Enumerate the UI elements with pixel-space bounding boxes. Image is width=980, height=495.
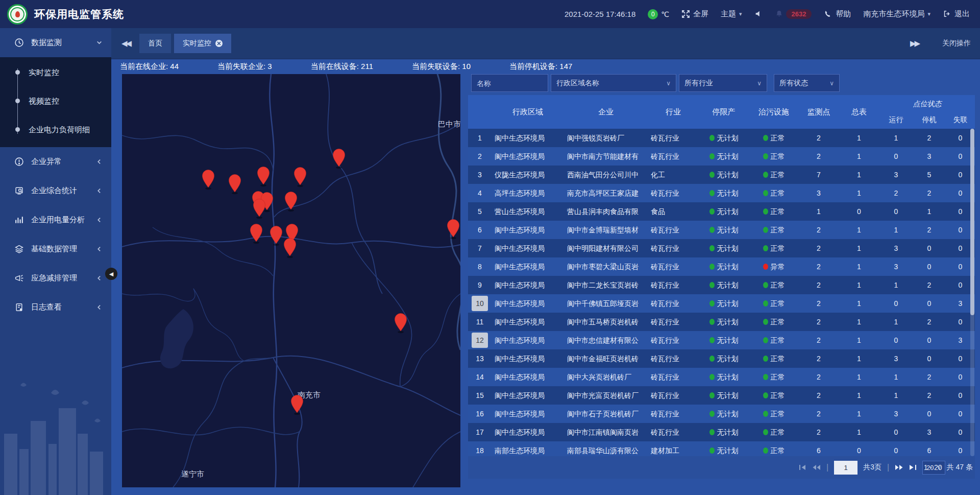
table-row[interactable]: 5营山生态环境局营山县润丰肉食品有限食品无计划正常10010: [468, 202, 975, 221]
table-row[interactable]: 4高坪生态环境局南充市高坪区王家店建砖瓦行业无计划正常31220: [468, 184, 975, 202]
status-dot-icon: [763, 447, 768, 454]
table-row[interactable]: 11阆中生态环境局阆中市五马桥页岩机砖砖瓦行业无计划正常21120: [468, 313, 975, 331]
cell-stop: 2: [913, 184, 946, 202]
sidebar-subitem-0-2[interactable]: 企业电力负荷明细: [0, 115, 111, 144]
help-button[interactable]: 帮助: [824, 9, 851, 19]
map-marker[interactable]: [258, 167, 270, 187]
cell-index: 3: [468, 166, 492, 184]
org-dropdown[interactable]: 南充市生态环境局▾: [863, 9, 930, 19]
sidebar-subitem-label: 实时监控: [29, 68, 59, 78]
cell-index: 14: [468, 368, 492, 386]
cell-meters: 1: [839, 276, 879, 294]
map-road-line: [193, 289, 244, 361]
table-row[interactable]: 9阆中生态环境局阆中市二龙长宝页岩砖砖瓦行业无计划正常21120: [468, 276, 975, 294]
cell-region: 营山生态环境局: [492, 202, 564, 221]
cell-index: 18: [468, 441, 492, 456]
map-road-line: [400, 294, 460, 387]
map-marker[interactable]: [254, 199, 265, 219]
last-page-button[interactable]: [909, 464, 917, 470]
map-road-line: [273, 358, 302, 487]
notifications[interactable]: 2632: [775, 9, 812, 19]
map-marker[interactable]: [333, 149, 345, 169]
first-page-button[interactable]: [799, 464, 806, 470]
chevron-left-icon: [96, 217, 102, 223]
table-row[interactable]: 1阆中生态环境局阆中强锐页岩砖厂砖瓦行业无计划正常21120: [468, 129, 975, 147]
close-operations-button[interactable]: 关闭操作: [942, 39, 971, 48]
map-marker[interactable]: [291, 395, 303, 415]
cell-company: 营山县润丰肉食品有限: [564, 202, 648, 221]
stat-4: 当前停机设备: 147: [509, 62, 572, 72]
previous-page-button[interactable]: [812, 464, 821, 470]
sidebar-subitem-0-1[interactable]: 视频监控: [0, 87, 111, 115]
sidebar-item-3[interactable]: 企业用电量分析: [0, 205, 111, 234]
status-select[interactable]: 所有状态∨: [774, 74, 840, 92]
map-marker[interactable]: [271, 226, 282, 246]
sidebar-item-1[interactable]: 企业异常: [0, 147, 111, 176]
table-row[interactable]: 3仪陇生态环境局西南油气田分公司川中化工无计划正常71350: [468, 166, 975, 184]
cell-limit-status: 无计划: [699, 331, 749, 349]
cell-points: 2: [799, 147, 839, 166]
cell-facility-status: 正常: [749, 276, 799, 294]
tab-0[interactable]: 首页: [139, 34, 171, 53]
region-select[interactable]: 行政区域名称∨: [551, 74, 676, 92]
map-marker[interactable]: [448, 220, 459, 240]
table-row[interactable]: 13阆中生态环境局阆中市金福旺页岩机砖砖瓦行业无计划正常21300: [468, 349, 975, 368]
range-label: 1 - 20: [924, 463, 942, 472]
next-page-button[interactable]: [895, 464, 903, 470]
tabs-scroll-left-icon[interactable]: ◀◀: [121, 39, 130, 48]
table-row[interactable]: 14阆中生态环境局阆中大兴页岩机砖厂砖瓦行业无计划正常21120: [468, 368, 975, 386]
tab-close-icon[interactable]: [215, 40, 223, 47]
name-search-input[interactable]: [471, 74, 548, 92]
layers-icon: [14, 244, 24, 254]
sidebar-item-4[interactable]: 基础数据管理: [0, 234, 111, 264]
table-row[interactable]: 10阆中生态环境局阆中千佛镇五郎垭页岩砖瓦行业无计划正常21003: [468, 294, 975, 313]
map-marker[interactable]: [295, 168, 306, 187]
sidebar-subitem-0-0[interactable]: 实时监控: [0, 58, 111, 87]
table-row[interactable]: 8阆中生态环境局阆中市枣碧大梁山页岩砖瓦行业无计划异常21300: [468, 257, 975, 276]
cell-run: 0: [879, 423, 913, 441]
sidebar-item-2[interactable]: 企业综合统计: [0, 176, 111, 205]
table-row[interactable]: 12阆中生态环境局阆中市忠信建材有限公砖瓦行业无计划正常21003: [468, 331, 975, 349]
table-row[interactable]: 18南部生态环境局南部县瑞华山沥有限公建材加工无计划正常60060: [468, 441, 975, 456]
table-row[interactable]: 16阆中生态环境局阆中市石子页岩机砖厂砖瓦行业无计划正常21300: [468, 405, 975, 423]
page-number-input[interactable]: [834, 461, 857, 475]
cell-points: 2: [799, 313, 839, 331]
sidebar-collapse-button[interactable]: ◀: [105, 268, 117, 280]
tab-1[interactable]: 实时监控: [174, 34, 231, 53]
map-marker[interactable]: [229, 175, 241, 195]
table-row[interactable]: 15阆中生态环境局阆中市光富页岩机砖厂砖瓦行业无计划正常21120: [468, 386, 975, 405]
cell-limit-status: 无计划: [699, 349, 749, 368]
table-row[interactable]: 6阆中生态环境局阆中市金博瑞新型墙材砖瓦行业无计划正常21120: [468, 221, 975, 239]
tabs-scroll-right-icon[interactable]: ▶▶: [910, 39, 919, 48]
th-group-label: 点位状态: [879, 100, 975, 109]
table-row[interactable]: 2阆中生态环境局阆中市南方节能建材有砖瓦行业无计划正常21030: [468, 147, 975, 166]
total-label: 共 47 条: [947, 463, 973, 472]
cell-stop: 2: [913, 221, 946, 239]
mute-button[interactable]: [754, 10, 763, 18]
map-marker[interactable]: [395, 314, 407, 334]
th-sub-2: 失联: [946, 115, 975, 125]
logout-button[interactable]: 退出: [943, 9, 970, 19]
map-marker[interactable]: [284, 239, 296, 258]
table-scrollbar-thumb[interactable]: [970, 129, 974, 315]
industry-select[interactable]: 所有行业∨: [679, 74, 767, 92]
sidebar-item-label: 应急减排管理: [31, 273, 77, 283]
sidebar-item-0[interactable]: 数据监测: [0, 28, 111, 57]
fullscreen-button[interactable]: 全屏: [681, 9, 708, 19]
map-marker[interactable]: [251, 224, 262, 244]
cell-facility-status: 正常: [749, 129, 799, 147]
cell-region: 阆中生态环境局: [492, 147, 564, 166]
cell-facility-status: 正常: [749, 349, 799, 368]
table-row[interactable]: 7阆中生态环境局阆中明阳建材有限公司砖瓦行业无计划正常21300: [468, 239, 975, 257]
map[interactable]: 巴中市南充市遂宁市: [122, 74, 460, 487]
map-marker[interactable]: [203, 170, 214, 190]
timeline-dot-icon: [15, 99, 20, 103]
cell-company: 阆中千佛镇五郎垭页岩: [564, 294, 648, 313]
cell-company: 阆中明阳建材有限公司: [564, 239, 648, 257]
table-row[interactable]: 17阆中生态环境局阆中市江南镇阆南页岩砖瓦行业无计划正常21030: [468, 423, 975, 441]
sidebar-item-6[interactable]: 日志查看: [0, 293, 111, 322]
cell-industry: 化工: [648, 166, 699, 184]
cell-index: 5: [468, 202, 492, 221]
theme-dropdown[interactable]: 主题▾: [721, 9, 742, 19]
sidebar-item-5[interactable]: 应急减排管理: [0, 264, 111, 293]
